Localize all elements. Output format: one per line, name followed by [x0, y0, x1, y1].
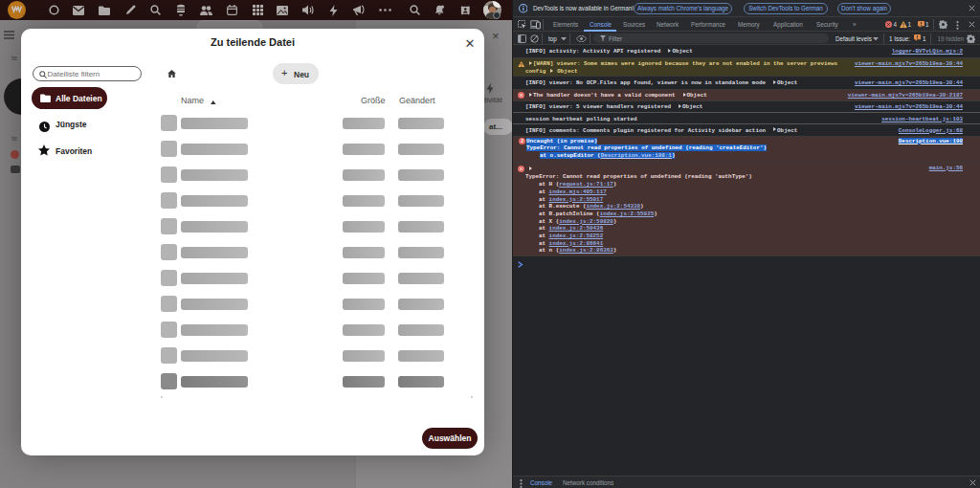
svg-text:2: 2: [521, 139, 523, 144]
